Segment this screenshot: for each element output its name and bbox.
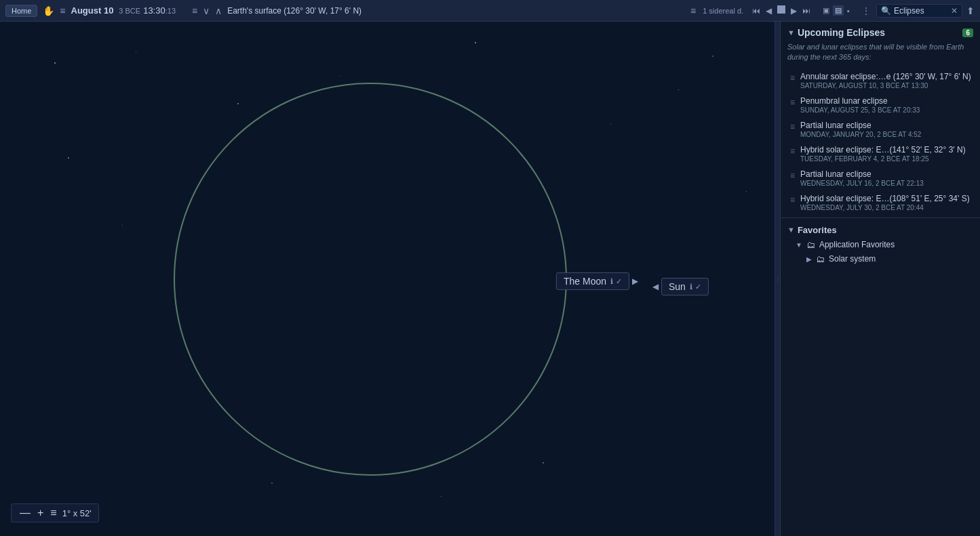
upcoming-eclipses-header[interactable]: ▼ Upcoming Eclipses 6 [781, 22, 980, 41]
home-button[interactable]: Home [5, 5, 37, 17]
search-input[interactable] [894, 6, 948, 16]
more-icon[interactable]: ⋮ [860, 5, 872, 17]
favorites-header[interactable]: ▼ Favorites [781, 221, 980, 238]
zoom-plus-button[interactable]: + [36, 507, 45, 519]
zoom-minus-button[interactable]: — [18, 507, 32, 519]
hand-icon: ✋ [43, 5, 54, 16]
eclipse-item-1[interactable]: ≡ Annular solar eclipse:…e (126° 30' W, … [781, 68, 980, 93]
view-btn-2[interactable]: ▤ [833, 5, 844, 16]
menu2-icon[interactable]: ≡ [690, 5, 696, 16]
zoom-level-display: 1° x 52' [62, 508, 92, 518]
star [271, 482, 273, 484]
eclipse-name-1: Annular solar eclipse:…e (126° 30' W, 17… [800, 72, 973, 81]
upcoming-title: Upcoming Eclipses [798, 27, 960, 38]
eclipse-info-3: Partial lunar eclipse Monday, January 20… [800, 121, 973, 138]
sun-tooltip: ◀ Sun ℹ ✓ [652, 278, 709, 295]
moon-next-icon[interactable]: ▶ [632, 276, 638, 286]
eclipse-item-2[interactable]: ≡ Penumbral lunar eclipse Sunday, August… [781, 93, 980, 117]
location-menu-icon[interactable]: ≡ [192, 5, 197, 16]
location-up-icon[interactable]: ∧ [215, 5, 222, 16]
moon-check-icon[interactable]: ✓ [616, 277, 622, 286]
eclipse-date-4: Tuesday, February 4, 2 BCE at 18:25 [800, 155, 973, 163]
time-seconds: :13 [165, 7, 176, 15]
location-down-icon[interactable]: ∨ [203, 5, 210, 16]
sun-info-icon[interactable]: ℹ [690, 283, 692, 291]
star [68, 157, 69, 159]
toolbar: Home ✋ ≡ August 10 3 BCE13:30:13 ≡ ∨ ∧ E… [0, 0, 980, 22]
sun-back-icon[interactable]: ◀ [652, 282, 659, 291]
playback-controls: ⏮ ◀ ▶ ⏭ [750, 4, 812, 17]
sun-check-icon[interactable]: ✓ [695, 283, 701, 291]
moon-label-box[interactable]: The Moon ℹ ✓ [556, 272, 629, 290]
solar-system-item[interactable]: ▶ 🗂 Solar system [781, 252, 980, 266]
sky-view[interactable]: The Moon ℹ ✓ ▶ ◀ Sun ℹ ✓ — + ≡ [0, 22, 780, 536]
sun-label-icons: ℹ ✓ [690, 283, 701, 291]
search-icon: 🔍 [881, 6, 891, 16]
moon-info-icon[interactable]: ℹ [610, 277, 613, 286]
era-label: 3 BCE [119, 7, 140, 15]
main-content: The Moon ℹ ✓ ▶ ◀ Sun ℹ ✓ — + ≡ [0, 22, 980, 536]
eclipse-info-6: Hybrid solar eclipse: E…(108° 51' E, 25°… [800, 194, 973, 211]
star [441, 496, 442, 497]
search-clear-icon[interactable]: ✕ [951, 6, 958, 16]
toolbar-right: ≡ 1 sidereal d. ⏮ ◀ ▶ ⏭ ▣ ▤ ▪ ⋮ 🔍 ✕ ⬆ [690, 4, 975, 18]
prev-button[interactable]: ◀ [764, 5, 774, 17]
sun-label-box[interactable]: Sun ℹ ✓ [661, 278, 709, 295]
eclipse-date-1: Saturday, August 10, 3 BCE at 13:30 [800, 82, 973, 89]
eclipse-item-6[interactable]: ≡ Hybrid solar eclipse: E…(108° 51' E, 2… [781, 190, 980, 215]
upcoming-subtitle: Solar and lunar eclipses that will be vi… [781, 41, 980, 68]
star [678, 89, 679, 90]
moon-tooltip: The Moon ℹ ✓ ▶ [556, 272, 638, 290]
skip-end-button[interactable]: ⏭ [800, 5, 812, 17]
star [136, 52, 136, 53]
view-btn-3[interactable]: ▪ [845, 6, 852, 16]
eclipse-name-3: Partial lunar eclipse [800, 121, 973, 130]
eclipse-item-5[interactable]: ≡ Partial lunar eclipse Wednesday, July … [781, 166, 980, 190]
eclipse-date-2: Sunday, August 25, 3 BCE at 20:33 [800, 106, 973, 114]
favorites-chevron: ▼ [787, 226, 795, 234]
search-container: 🔍 ✕ [876, 4, 962, 18]
date-display: August 10 [71, 5, 114, 16]
star [54, 62, 56, 64]
star [746, 191, 747, 192]
eclipse-menu-icon-6: ≡ [790, 195, 795, 205]
moon-label-text: The Moon [564, 276, 606, 287]
eclipse-name-5: Partial lunar eclipse [800, 169, 973, 179]
eclipse-menu-icon-4: ≡ [790, 146, 795, 156]
zoom-lines-button[interactable]: ≡ [49, 507, 58, 519]
eclipse-date-5: Wednesday, July 16, 2 BCE at 22:13 [800, 180, 973, 187]
eclipse-info-5: Partial lunar eclipse Wednesday, July 16… [800, 169, 973, 187]
eclipse-menu-icon-2: ≡ [790, 98, 795, 107]
eclipse-item-3[interactable]: ≡ Partial lunar eclipse Monday, January … [781, 117, 980, 142]
eclipse-date-3: Monday, January 20, 2 BCE at 4:52 [800, 131, 973, 138]
moon-label-icons: ℹ ✓ [610, 277, 622, 286]
play-pause-button[interactable] [775, 4, 787, 17]
view-btn-1[interactable]: ▣ [821, 5, 831, 16]
eclipse-menu-icon-1: ≡ [790, 73, 795, 83]
panel-divider [781, 218, 980, 218]
view-icons: ▣ ▤ ▪ [821, 5, 852, 16]
app-favorites-folder-icon: 🗂 [806, 240, 815, 250]
star [610, 123, 611, 124]
share-button[interactable]: ⬆ [966, 5, 975, 16]
app-favorites-label: Application Favorites [819, 240, 895, 249]
eclipse-info-2: Penumbral lunar eclipse Sunday, August 2… [800, 96, 973, 114]
eclipse-date-6: Wednesday, July 30, 2 BCE at 20:44 [800, 204, 973, 211]
eclipse-info-4: Hybrid solar eclipse: E…(141° 52' E, 32°… [800, 145, 973, 163]
side-handle[interactable]: ⋮ [775, 22, 780, 536]
app-favorites-item[interactable]: ▼ 🗂 Application Favorites [781, 238, 980, 252]
right-panel: ▼ Upcoming Eclipses 6 Solar and lunar ec… [780, 22, 980, 536]
skip-start-button[interactable]: ⏮ [750, 5, 762, 17]
star [339, 76, 340, 77]
eclipse-info-1: Annular solar eclipse:…e (126° 30' W, 17… [800, 72, 973, 89]
favorites-title: Favorites [798, 225, 837, 235]
zoom-controls: — + ≡ 1° x 52' [11, 503, 99, 522]
sun-label-text: Sun [669, 281, 686, 292]
menu-icon[interactable]: ≡ [60, 5, 65, 16]
eclipse-item-4[interactable]: ≡ Hybrid solar eclipse: E…(141° 52' E, 3… [781, 142, 980, 166]
star [122, 225, 123, 226]
next-button[interactable]: ▶ [789, 5, 799, 17]
solar-system-chevron: ▶ [806, 255, 812, 263]
eclipse-name-6: Hybrid solar eclipse: E…(108° 51' E, 25°… [800, 194, 973, 203]
solar-system-folder-icon: 🗂 [816, 254, 825, 264]
